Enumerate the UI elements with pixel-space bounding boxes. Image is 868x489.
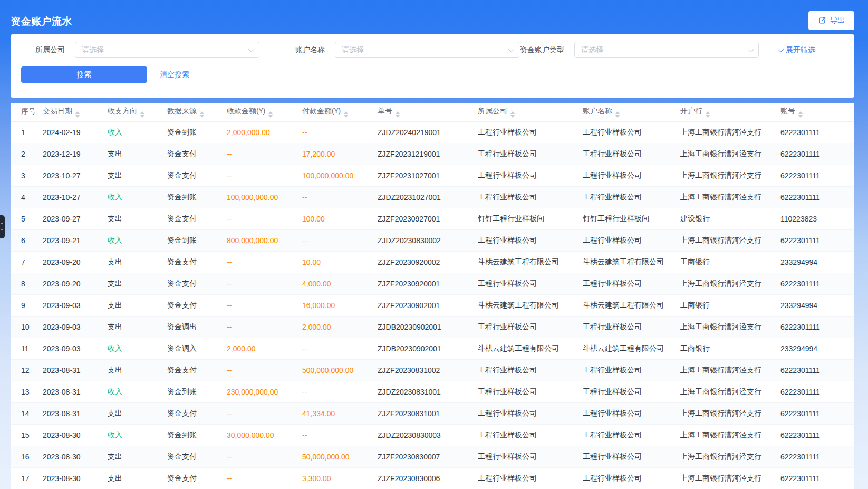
- transactions-table: 序号交易日期收支方向数据来源收款金额(¥)付款金额(¥)单号所属公司账户名称开户…: [11, 103, 854, 489]
- cell-account-no: 233294994: [780, 251, 854, 273]
- search-button[interactable]: 搜索: [21, 66, 147, 83]
- table-header-row: 序号交易日期收支方向数据来源收款金额(¥)付款金额(¥)单号所属公司账户名称开户…: [11, 103, 854, 121]
- sort-icon: [615, 111, 620, 118]
- cell-source: 资金支付: [167, 359, 227, 381]
- account-name-filter-select[interactable]: 请选择: [335, 42, 519, 58]
- sort-icon: [706, 111, 710, 118]
- filter-panel: 所属公司请选择账户名称请选择资金账户类型请选择 展开筛选 搜索 清空搜索: [11, 34, 854, 98]
- cell-income-amount: --: [227, 359, 302, 381]
- side-drawer-handle[interactable]: [0, 215, 5, 238]
- table-row: 42023-10-27收入资金到账100,000,000.00--ZJDZ202…: [11, 186, 854, 208]
- cell-index: 1: [11, 121, 43, 143]
- account-type-filter-select[interactable]: 请选择: [574, 42, 759, 58]
- cell-bank: 工商银行: [680, 251, 780, 273]
- cell-order-no: ZJDZ20230831001: [378, 381, 478, 402]
- cell-date: 2023-09-27: [43, 208, 108, 229]
- cell-index: 7: [11, 251, 43, 273]
- cell-index: 14: [11, 402, 43, 424]
- cell-date: 2023-10-27: [43, 165, 108, 186]
- cell-company: 工程行业样板公司: [478, 165, 583, 186]
- clear-search-link[interactable]: 清空搜索: [160, 70, 189, 80]
- cell-account-name: 工程行业样板公司: [583, 229, 680, 251]
- col-source-label: 数据来源: [167, 107, 197, 115]
- cell-account-name: 工程行业样板公司: [583, 186, 680, 208]
- cell-payment-amount: 100,000,000.00: [302, 165, 378, 186]
- cell-source: 资金到账: [167, 121, 227, 143]
- export-icon: [818, 16, 826, 25]
- account-name-filter: 账户名称请选择: [295, 42, 519, 58]
- col-bank[interactable]: 开户行: [680, 103, 780, 121]
- cell-account-no: 6222301111: [780, 121, 854, 143]
- cell-direction: 支出: [108, 208, 167, 229]
- col-source[interactable]: 数据来源: [167, 103, 227, 121]
- cell-company: 工程行业样板公司: [478, 402, 583, 424]
- col-account-name[interactable]: 账户名称: [583, 103, 680, 121]
- cell-company: 斗栱云建筑工程有限公司: [478, 338, 583, 359]
- sort-icon: [268, 111, 273, 118]
- cell-bank: 上海工商银行漕河泾支行: [680, 402, 780, 424]
- cell-date: 2023-09-03: [43, 338, 108, 359]
- table-row: 52023-09-27支出资金支付--100.00ZJZF20230927001…: [11, 208, 854, 229]
- table-row: 112023-09-03收入资金调入2,000.00--ZJDB20230902…: [11, 338, 854, 359]
- cell-account-no: 233294994: [780, 294, 854, 316]
- cell-account-no: 6222301111: [780, 143, 854, 165]
- table-row: 162023-08-30支出资金支付--50,000,000.00ZJZF202…: [11, 446, 854, 467]
- cell-company: 斗栱云建筑工程有限公司: [478, 251, 583, 273]
- cell-payment-amount: 3,300.00: [302, 467, 378, 489]
- cell-payment-amount: 41,334.00: [302, 402, 378, 424]
- cell-order-no: ZJDZ20231027001: [378, 186, 478, 208]
- company-filter-select[interactable]: 请选择: [75, 42, 259, 58]
- cell-account-name: 工程行业样板公司: [583, 273, 680, 294]
- sort-icon: [75, 111, 80, 118]
- table-row: 72023-09-20支出资金支付--10.00ZJZF20230920002斗…: [11, 251, 854, 273]
- cell-source: 资金支付: [167, 273, 227, 294]
- col-company[interactable]: 所属公司: [478, 103, 583, 121]
- cell-payment-amount: 10.00: [302, 251, 378, 273]
- cell-direction: 支出: [108, 294, 167, 316]
- cell-source: 资金到账: [167, 186, 227, 208]
- cell-account-no: 110223823: [780, 208, 854, 229]
- cell-bank: 上海工商银行漕河泾支行: [680, 446, 780, 467]
- col-order-no[interactable]: 单号: [378, 103, 478, 121]
- cell-source: 资金支付: [167, 165, 227, 186]
- cell-account-no: 6222301111: [780, 359, 854, 381]
- col-income-amount-label: 收款金额(¥): [227, 107, 265, 115]
- table-row: 32023-10-27支出资金支付--100,000,000.00ZJZF202…: [11, 165, 854, 186]
- cell-payment-amount: 4,000.00: [302, 273, 378, 294]
- cell-source: 资金到账: [167, 424, 227, 446]
- account-type-filter: 资金账户类型请选择: [520, 42, 759, 58]
- export-button[interactable]: 导出: [808, 11, 854, 30]
- col-direction[interactable]: 收支方向: [108, 103, 167, 121]
- col-account-no[interactable]: 账号: [780, 103, 854, 121]
- company-filter: 所属公司请选择: [35, 42, 259, 58]
- cell-direction: 支出: [108, 402, 167, 424]
- cell-order-no: ZJDB20230902001: [378, 316, 478, 338]
- cell-source: 资金支付: [167, 208, 227, 229]
- col-payment-amount[interactable]: 付款金额(¥): [302, 103, 378, 121]
- col-date[interactable]: 交易日期: [43, 103, 108, 121]
- cell-source: 资金调入: [167, 338, 227, 359]
- col-date-label: 交易日期: [43, 107, 72, 115]
- cell-bank: 上海工商银行漕河泾支行: [680, 359, 780, 381]
- chevron-down-icon: [508, 46, 514, 52]
- cell-income-amount: 230,000,000.00: [227, 381, 302, 402]
- cell-bank: 上海工商银行漕河泾支行: [680, 165, 780, 186]
- cell-date: 2023-09-03: [43, 294, 108, 316]
- cell-payment-amount: --: [302, 121, 378, 143]
- cell-index: 15: [11, 424, 43, 446]
- cell-company: 工程行业样板公司: [478, 273, 583, 294]
- table-row: 152023-08-30收入资金到账30,000,000.00--ZJDZ202…: [11, 424, 854, 446]
- cell-order-no: ZJDZ20240219001: [378, 121, 478, 143]
- expand-filter-link[interactable]: 展开筛选: [778, 42, 815, 58]
- cell-bank: 上海工商银行漕河泾支行: [680, 229, 780, 251]
- cell-order-no: ZJZF20230831001: [378, 402, 478, 424]
- cell-company: 钉钉工程行业样板间: [478, 208, 583, 229]
- table-row: 122023-08-31支出资金支付--500,000,000.00ZJZF20…: [11, 359, 854, 381]
- cell-payment-amount: --: [302, 186, 378, 208]
- cell-income-amount: 800,000,000.00: [227, 229, 302, 251]
- cell-bank: 工商银行: [680, 294, 780, 316]
- col-income-amount[interactable]: 收款金额(¥): [227, 103, 302, 121]
- export-button-label: 导出: [830, 16, 845, 25]
- cell-account-name: 工程行业样板公司: [583, 381, 680, 402]
- cell-account-name: 斗栱云建筑工程有限公司: [583, 251, 680, 273]
